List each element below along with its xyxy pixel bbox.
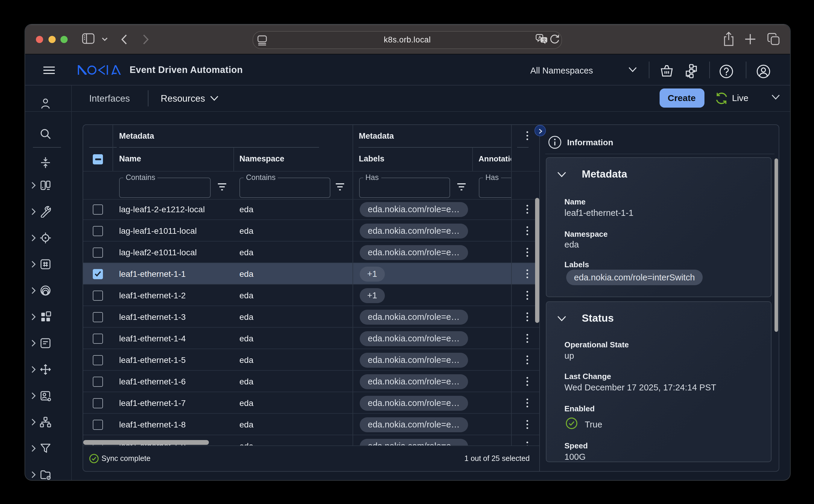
svg-text:文: 文 (542, 37, 546, 42)
